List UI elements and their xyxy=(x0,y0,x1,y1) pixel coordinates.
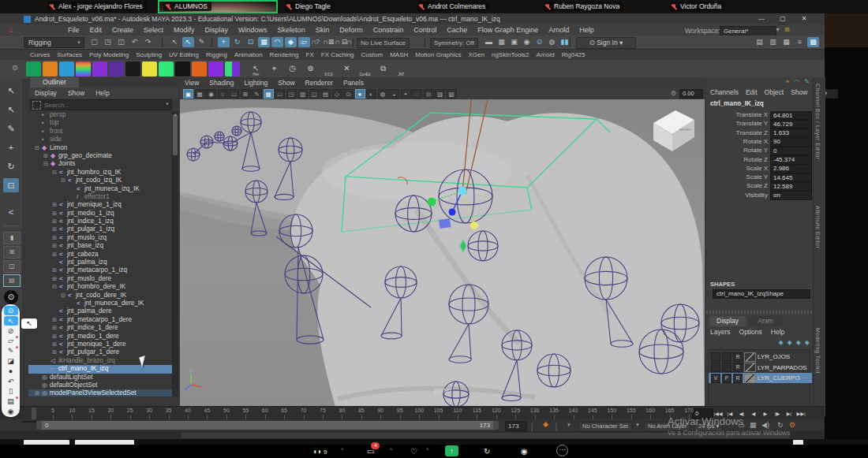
xray-icon[interactable]: ▨ xyxy=(435,89,445,99)
shelf-custom-8[interactable] xyxy=(142,61,157,76)
layer-tab-display[interactable]: Display xyxy=(709,316,746,326)
go-to-start-button[interactable]: |◀◀ xyxy=(713,408,724,419)
shelf-custom-11[interactable] xyxy=(192,61,207,76)
rotate-tool[interactable]: ↻ xyxy=(3,159,19,173)
move-tool-icon[interactable]: + xyxy=(218,37,230,47)
outliner-item-ctrl-mano-ik-izq[interactable]: ~ctrl_mano_IK_izq xyxy=(28,365,172,373)
viewport-menu-shading[interactable]: Shading xyxy=(209,79,234,87)
viewport-menu-renderer[interactable]: Renderer xyxy=(305,79,333,87)
rotate-tool-icon[interactable]: ↻ xyxy=(231,37,243,47)
reactions-caret-icon[interactable]: ^ xyxy=(426,447,428,452)
plane-snap-icon[interactable]: ∩ xyxy=(320,37,331,47)
side-tab-attribute-editor[interactable]: Attribute Editor xyxy=(815,206,821,248)
layer-menu-options[interactable]: Options xyxy=(739,328,762,336)
shelf-custom-10[interactable] xyxy=(175,61,190,76)
menu-create[interactable]: Create xyxy=(112,26,133,34)
outliner-item-effector1[interactable]: /effector1 xyxy=(28,193,172,201)
select-tool[interactable]: ↖ xyxy=(3,84,19,98)
shelf-custom-3[interactable] xyxy=(59,61,74,76)
pause-icon[interactable]: ▮▮ xyxy=(559,37,571,47)
layer-visibility-toggle[interactable] xyxy=(711,352,720,362)
outliner-item-ikhandle-brazo-izq[interactable]: ◁ikHandle_brazo_izq xyxy=(28,357,172,365)
menuset-select[interactable]: Rigging▼ xyxy=(24,37,84,48)
outliner-tab[interactable]: Outliner xyxy=(30,77,79,88)
hierarchy-tool-icon[interactable]: ↖Hier xyxy=(249,61,264,76)
frame-tick-30[interactable]: 30 xyxy=(146,408,152,413)
current-frame-field[interactable]: 0 xyxy=(692,408,713,419)
end-time-field[interactable]: 173 xyxy=(505,421,527,431)
screen-share-button[interactable]: ↑ xyxy=(445,445,458,456)
shelf-tab-motion-graphics[interactable]: Motion Graphics xyxy=(415,51,461,58)
viewport-3d-scene[interactable]: BRIGHTyxpersp xyxy=(180,99,705,415)
outliner-item-jnt-cabeza[interactable]: ⊞<jnt_cabeza xyxy=(28,251,172,259)
annot-trash-icon[interactable]: ▯ xyxy=(4,386,18,396)
menu-skeleton[interactable]: Skeleton xyxy=(278,26,305,34)
paint-select-tool[interactable]: ✎ xyxy=(3,121,19,136)
frame-tick-160[interactable]: 160 xyxy=(645,408,655,413)
play-forwards-button[interactable]: ▶ xyxy=(760,408,771,419)
render-settings-icon[interactable]: ◉ xyxy=(521,37,533,47)
workspace-select[interactable]: General* xyxy=(720,26,776,36)
shelf-tab-rig0425[interactable]: Rig0425 xyxy=(562,51,586,58)
lights-icon[interactable]: ◍ xyxy=(378,89,388,99)
viewport-menu-lighting[interactable]: Lighting xyxy=(244,79,268,87)
channel-row-rotate-z[interactable]: Rotate Z-45.374 xyxy=(706,155,813,164)
command-input[interactable] xyxy=(181,433,789,438)
range-start-handle[interactable] xyxy=(36,421,42,430)
outliner-item-persp[interactable]: ▪persp xyxy=(28,111,172,119)
frame-tick-125[interactable]: 125 xyxy=(511,408,520,413)
two-pane-layout[interactable]: ◫ xyxy=(3,260,21,273)
menu-cache[interactable]: Cache xyxy=(447,26,467,34)
frame-tick-45[interactable]: 45 xyxy=(204,408,210,413)
annot-eraser-icon[interactable]: ◪ xyxy=(4,356,18,366)
shelf-tab-fx[interactable]: FX xyxy=(306,51,314,58)
textured-icon[interactable]: ◐ xyxy=(366,89,376,99)
record-icon[interactable]: ◉ xyxy=(521,445,528,457)
lock-camera-icon[interactable]: ▦ xyxy=(195,89,205,99)
outliner-search[interactable]: ▼ xyxy=(30,99,172,110)
outliner-item-joints[interactable]: ⊟◆Joints xyxy=(28,160,172,168)
outliner-item-defaultobjectset[interactable]: ◎defaultObjectSet xyxy=(28,382,172,389)
shelf-custom-4[interactable] xyxy=(76,61,91,76)
outliner-item-jnt-muneca-dere-ik[interactable]: <jnt_muneca_dere_IK xyxy=(28,300,172,307)
shape-name[interactable]: ctrl_mano_IK_izqShape xyxy=(713,289,810,299)
channel-menu-show[interactable]: Show xyxy=(791,88,807,96)
outliner-item-jnt-muneca-izq-ik[interactable]: <jnt_muneca_izq_IK xyxy=(28,185,172,193)
outliner-item-jnt-indice-1-dere[interactable]: ⊞<jnt_indice_1_dere xyxy=(28,324,172,332)
zero-transform-icon[interactable]: 0,0,0 xyxy=(321,61,336,76)
scroll-up-icon[interactable]: ▲ xyxy=(174,112,178,117)
maximize-button[interactable]: ▢ xyxy=(773,13,793,24)
character-set-select[interactable]: No Character Set xyxy=(578,422,632,431)
exposure-field[interactable]: 0.00 xyxy=(679,89,703,99)
outliner-item-jnt-pulgar-1-dere[interactable]: ⊞<jnt_pulgar_1_dere xyxy=(28,348,172,356)
layer-playback-toggle[interactable]: P xyxy=(722,374,731,383)
anim-layer-caret-icon[interactable]: ▼ xyxy=(635,423,640,427)
channel-speed-icon[interactable]: ◠ xyxy=(794,78,799,86)
audio-icon[interactable]: ◀) xyxy=(761,421,769,429)
frame-tick-165[interactable]: 165 xyxy=(665,408,675,413)
outliner-item-jnt-medio-1-dere[interactable]: ⊞<jnt_medio_1_dere xyxy=(28,333,172,341)
grid-icon[interactable]: ▦ xyxy=(264,89,274,99)
channel-row-visibility[interactable]: Visibilityon xyxy=(706,191,813,199)
outliner-item-jnt-metacarpo-1-izq[interactable]: ⊞<jnt_metacarpo_1_izq xyxy=(28,266,172,274)
step-back-key-button[interactable]: ◀| xyxy=(736,408,747,419)
single-pane-layout[interactable]: ▮ xyxy=(3,232,21,244)
2d-pan-zoom-icon[interactable]: ⊞ xyxy=(241,89,251,99)
workspace-lock-icon[interactable]: ⊠ xyxy=(784,26,790,33)
channel-row-scale-x[interactable]: Scale X2.986 xyxy=(706,164,813,173)
title-bar[interactable]: Androt_Esqueleto_v06.ma* - Autodesk MAYA… xyxy=(0,13,825,24)
channel-row-rotate-y[interactable]: Rotate Y0 xyxy=(706,146,813,155)
file-save-icon[interactable]: ◫ xyxy=(115,37,127,47)
frame-tick-10[interactable]: 10 xyxy=(69,408,75,413)
image-plane-icon[interactable]: ▭ xyxy=(229,89,239,99)
participants-icon[interactable]: ◖◗9 xyxy=(312,445,327,458)
frame-tick-80[interactable]: 80 xyxy=(339,408,345,413)
snap-grid-icon[interactable]: ▦ xyxy=(258,37,270,47)
lasso-select-icon[interactable]: ↖ xyxy=(182,37,194,47)
shadows-icon[interactable]: ◒ xyxy=(389,89,399,99)
play-backwards-button[interactable]: ◀ xyxy=(748,408,759,419)
frame-tick-50[interactable]: 50 xyxy=(223,408,230,413)
snap-curve-icon[interactable]: ◠ xyxy=(271,37,283,47)
shelf-tab-curves[interactable]: Curves xyxy=(30,51,50,58)
layer-playback-toggle[interactable] xyxy=(722,352,731,362)
